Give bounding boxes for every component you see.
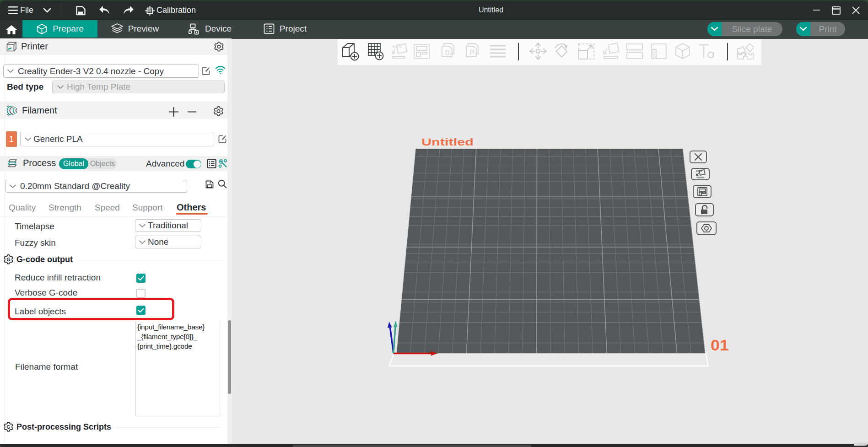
svg-text:Untitled: Untitled <box>421 136 474 148</box>
svg-text:AUTO: AUTO <box>696 170 702 172</box>
svg-text:01: 01 <box>711 336 729 354</box>
